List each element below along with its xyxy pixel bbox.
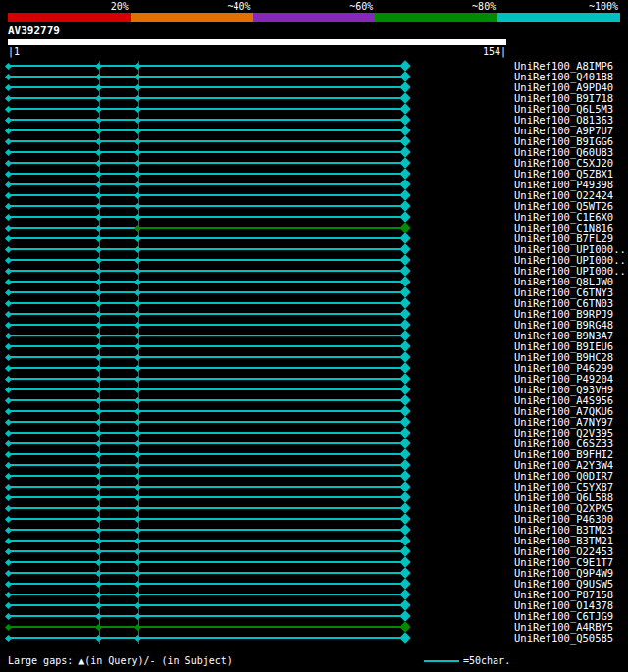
segment-start-diamond-icon — [4, 450, 11, 457]
alignment-line-segment — [8, 65, 405, 67]
segment-end-diamond-icon — [399, 448, 410, 459]
segment-end-diamond-icon — [399, 599, 410, 610]
alignment-line-segment — [8, 108, 405, 110]
gap-marker-icon — [95, 547, 102, 554]
color-key-label: ~100% — [497, 1, 620, 12]
alignment-line-segment — [8, 345, 405, 347]
gap-marker-icon — [95, 591, 102, 597]
segment-end-diamond-icon — [399, 545, 410, 556]
gap-marker-icon — [95, 224, 102, 231]
segment-start-diamond-icon — [4, 472, 11, 479]
segment-start-diamond-icon — [4, 332, 11, 338]
segment-start-diamond-icon — [4, 310, 11, 317]
segment-start-diamond-icon — [4, 83, 11, 90]
segment-start-diamond-icon — [4, 418, 11, 425]
gap-marker-icon — [95, 418, 102, 425]
gap-marker-icon — [95, 94, 102, 101]
segment-start-diamond-icon — [4, 386, 11, 392]
segment-start-diamond-icon — [4, 612, 11, 619]
gap-marker-icon — [134, 94, 141, 101]
gap-marker-icon — [134, 105, 141, 112]
gap-marker-icon — [95, 396, 102, 403]
gap-marker-icon — [95, 191, 102, 198]
gap-marker-icon — [134, 83, 141, 90]
alignment-row[interactable]: UniRef100_Q50585 — [0, 633, 628, 644]
gap-marker-icon — [95, 245, 102, 252]
segment-end-diamond-icon — [399, 621, 410, 632]
gap-marker-icon — [134, 450, 141, 457]
gap-marker-icon — [95, 558, 102, 565]
segment-end-diamond-icon — [399, 384, 410, 394]
segment-start-diamond-icon — [4, 634, 11, 641]
footer: Large gaps: ▲(in Query)/- (in Subject) =… — [0, 655, 628, 669]
gap-marker-icon — [95, 170, 102, 177]
segment-start-diamond-icon — [4, 623, 11, 630]
segment-start-diamond-icon — [4, 62, 11, 69]
alignment-line-segment — [8, 216, 405, 218]
gap-marker-icon — [95, 364, 102, 371]
gap-marker-icon — [134, 407, 141, 414]
segment-start-diamond-icon — [4, 73, 11, 79]
segment-start-diamond-icon — [4, 375, 11, 382]
segment-start-diamond-icon — [4, 353, 11, 360]
gap-marker-icon — [134, 73, 141, 79]
segment-start-diamond-icon — [4, 267, 11, 274]
alignment-line-segment — [8, 496, 405, 498]
segment-start-diamond-icon — [4, 483, 11, 490]
color-key-bar — [8, 13, 620, 22]
gap-marker-icon — [134, 288, 141, 295]
gap-marker-icon — [134, 191, 141, 198]
segment-end-diamond-icon — [399, 254, 410, 265]
segment-end-diamond-icon — [399, 125, 410, 135]
segment-end-diamond-icon — [399, 427, 410, 438]
segment-start-diamond-icon — [4, 127, 11, 133]
gap-marker-icon — [134, 439, 141, 446]
scale-start-label: |1 — [8, 46, 20, 58]
alignment-line-segment — [8, 97, 405, 99]
segment-end-diamond-icon — [399, 416, 410, 427]
segment-start-diamond-icon — [4, 245, 11, 252]
gap-marker-icon — [134, 181, 141, 187]
alignment-line-segment — [8, 583, 405, 585]
gap-marker-icon — [95, 159, 102, 166]
alignment-line-segment — [8, 432, 405, 434]
segment-start-diamond-icon — [4, 493, 11, 500]
gap-marker-icon — [134, 558, 141, 565]
gap-marker-icon — [134, 429, 141, 436]
segment-end-diamond-icon — [399, 135, 410, 146]
gap-marker-icon — [134, 148, 141, 155]
hit-label[interactable]: UniRef100_Q50585 — [514, 633, 613, 644]
alignment-line-segment — [8, 119, 405, 121]
segment-start-diamond-icon — [4, 321, 11, 328]
gap-marker-icon — [134, 202, 141, 209]
segment-end-diamond-icon — [399, 71, 410, 81]
segment-end-diamond-icon — [399, 491, 410, 502]
gap-marker-icon — [134, 375, 141, 382]
gap-marker-icon — [134, 537, 141, 543]
segment-start-diamond-icon — [4, 364, 11, 371]
alignment-line-segment — [8, 604, 405, 606]
segment-start-diamond-icon — [4, 591, 11, 597]
alignment-line-segment — [8, 324, 405, 326]
gap-marker-icon — [134, 515, 141, 522]
segment-end-diamond-icon — [399, 211, 410, 222]
alignment-line-segment — [8, 475, 405, 477]
gap-marker-icon — [95, 321, 102, 328]
alignment-line-segment — [8, 550, 405, 552]
alignment-line-segment — [8, 248, 405, 250]
segment-end-diamond-icon — [399, 632, 410, 643]
segment-start-diamond-icon — [4, 181, 11, 187]
gap-marker-icon — [134, 267, 141, 274]
scale-row: |1 154| — [0, 46, 506, 58]
alignment-line-segment — [8, 237, 405, 239]
segment-start-diamond-icon — [4, 569, 11, 576]
gap-marker-icon — [134, 62, 141, 69]
color-key-segment — [253, 13, 376, 22]
segment-end-diamond-icon — [399, 394, 410, 405]
segment-end-diamond-icon — [399, 513, 410, 524]
gap-marker-icon — [95, 299, 102, 306]
segment-end-diamond-icon — [399, 286, 410, 297]
alignment-line-segment — [8, 561, 405, 563]
segment-start-diamond-icon — [4, 116, 11, 123]
gap-marker-icon — [95, 105, 102, 112]
